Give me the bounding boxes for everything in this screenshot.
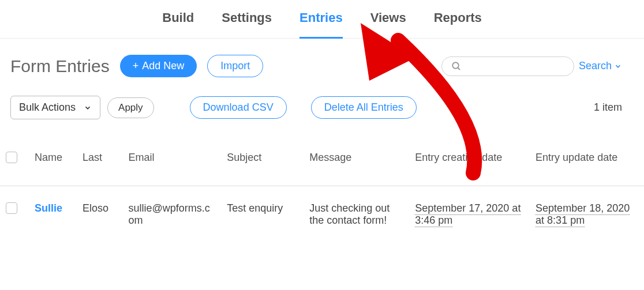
search-box[interactable] xyxy=(441,57,574,76)
cell-message: Just checking out the contact form! xyxy=(304,186,409,236)
col-last[interactable]: Last xyxy=(77,142,122,186)
tab-views[interactable]: Views xyxy=(370,10,406,32)
col-creation[interactable]: Entry creation date xyxy=(409,142,530,186)
bulk-actions-select[interactable]: Bulk Actions xyxy=(10,96,100,119)
add-new-button[interactable]: + Add New xyxy=(120,55,197,77)
cell-creation-date: September 17, 2020 at 3:46 pm xyxy=(415,202,521,227)
entry-name-link[interactable]: Sullie xyxy=(35,202,62,214)
col-name[interactable]: Name xyxy=(29,142,77,186)
cell-subject: Test enquiry xyxy=(221,186,304,236)
search-input[interactable] xyxy=(466,61,564,71)
search-icon xyxy=(451,61,462,71)
col-update[interactable]: Entry update date xyxy=(530,142,644,186)
search-label: Search xyxy=(579,60,612,72)
col-message[interactable]: Message xyxy=(304,142,409,186)
col-subject[interactable]: Subject xyxy=(221,142,304,186)
search-dropdown[interactable]: Search xyxy=(579,60,632,72)
import-button[interactable]: Import xyxy=(207,55,263,77)
bulk-actions-label: Bulk Actions xyxy=(19,101,76,114)
svg-point-0 xyxy=(452,62,459,69)
table-header-row: Name Last Email Subject Message Entry cr… xyxy=(0,142,644,186)
item-count: 1 item xyxy=(594,101,632,114)
col-email[interactable]: Email xyxy=(122,142,221,186)
entries-table: Name Last Email Subject Message Entry cr… xyxy=(0,142,644,236)
add-new-label: Add New xyxy=(142,60,184,72)
tab-reports[interactable]: Reports xyxy=(434,10,482,32)
plus-icon: + xyxy=(133,60,139,72)
cell-last: Eloso xyxy=(77,186,122,236)
cell-update-date: September 18, 2020 at 8:31 pm xyxy=(536,202,630,227)
page-title: Form Entries xyxy=(10,57,110,76)
table-row: Sullie Eloso sullie@wpforms.com Test enq… xyxy=(0,186,644,236)
tab-entries[interactable]: Entries xyxy=(299,10,343,32)
chevron-down-icon xyxy=(614,62,622,70)
delete-all-button[interactable]: Delete All Entries xyxy=(311,96,417,119)
tab-settings[interactable]: Settings xyxy=(222,10,272,32)
download-csv-button[interactable]: Download CSV xyxy=(190,96,287,119)
apply-button[interactable]: Apply xyxy=(107,97,154,118)
row-checkbox[interactable] xyxy=(6,202,17,214)
top-tabs: Build Settings Entries Views Reports xyxy=(0,0,644,39)
cell-email: sullie@wpforms.com xyxy=(122,186,221,236)
select-all-checkbox[interactable] xyxy=(6,152,17,163)
tab-build[interactable]: Build xyxy=(162,10,194,32)
svg-line-1 xyxy=(458,67,460,70)
chevron-down-icon xyxy=(84,104,92,112)
